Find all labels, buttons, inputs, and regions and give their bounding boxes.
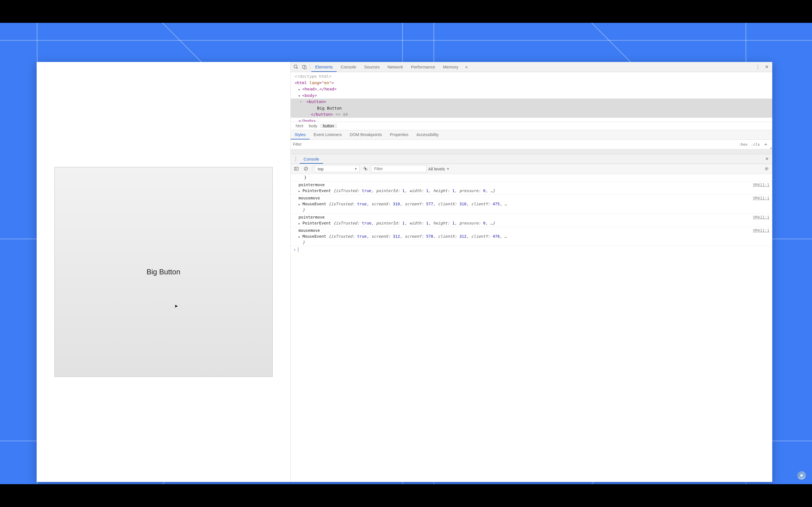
dom-selected-var: == $0 (333, 112, 348, 117)
subtab-properties[interactable]: Properties (386, 130, 412, 139)
tab-performance[interactable]: Performance (407, 62, 439, 72)
cls-toggle[interactable]: .cls (749, 142, 762, 147)
expand-head-icon[interactable] (299, 86, 302, 92)
expand-object-icon[interactable]: ▶ (299, 233, 301, 239)
separator (310, 64, 310, 70)
subtab-event-listeners[interactable]: Event Listeners (310, 130, 346, 139)
prompt-chevron-icon: › (294, 247, 296, 252)
kebab-menu-icon[interactable]: ⋮ (754, 63, 762, 71)
console-prompt[interactable]: › (291, 246, 772, 253)
svg-line-17 (305, 168, 307, 170)
dom-breadcrumb: html body button (291, 122, 772, 130)
expand-object-icon[interactable]: ▶ (299, 188, 301, 193)
styles-empty-area (291, 149, 772, 154)
drawer-menu-icon[interactable]: ⋮ (292, 155, 300, 163)
clear-console-icon[interactable] (302, 165, 310, 173)
mouse-cursor-icon: ➤ (174, 303, 178, 309)
big-button[interactable]: Big Button ➤ (54, 167, 273, 377)
slide-background: Big Button ➤ Elements Console (0, 23, 812, 484)
tab-elements[interactable]: Elements (311, 62, 337, 72)
styles-subtabs: Styles Event Listeners DOM Breakpoints P… (291, 130, 772, 140)
subtab-styles[interactable]: Styles (291, 130, 310, 139)
dom-tree[interactable]: <!doctype html> <html lang="en"> <head>…… (291, 72, 772, 121)
tab-sources[interactable]: Sources (360, 62, 384, 72)
separator (312, 166, 312, 172)
log-event-name: mousemove (299, 195, 769, 201)
breadcrumb-button[interactable]: button (320, 124, 337, 128)
log-entry-tail: } (291, 174, 772, 181)
log-source-link[interactable]: VM411:1 (753, 182, 769, 188)
console-filter-input[interactable] (371, 165, 426, 172)
svg-rect-13 (305, 66, 306, 69)
log-event-name: mousemove (299, 228, 769, 233)
log-source-link[interactable]: VM411:1 (753, 228, 769, 233)
tab-memory[interactable]: Memory (439, 62, 462, 72)
resize-handle-icon[interactable] (770, 147, 772, 149)
subtab-accessibility[interactable]: Accessibility (412, 130, 443, 139)
console-drawer-tabs: ⋮ Console ✕ (291, 154, 772, 164)
console-toolbar: top All levels▼ (291, 164, 772, 174)
close-drawer-icon[interactable]: ✕ (763, 155, 771, 163)
dom-selected-node[interactable]: ⋯<button> Big Button </button> == $0 (291, 99, 772, 117)
console-log-area[interactable]: } VM411:1 pointermove ▶ PointerEvent {is… (291, 174, 772, 482)
collapse-body-icon[interactable] (299, 93, 302, 99)
execution-context-select[interactable]: top (315, 165, 360, 172)
devtools-panel: Elements Console Sources Network Perform… (290, 62, 772, 482)
devtools-tab-bar: Elements Console Sources Network Perform… (291, 62, 772, 72)
breadcrumb-body[interactable]: body (306, 124, 320, 128)
hov-toggle[interactable]: :hov (737, 142, 749, 147)
dom-html-open[interactable]: <html lang="en"> (295, 80, 334, 85)
log-entry-pointermove[interactable]: VM411:1 pointermove ▶ PointerEvent {isTr… (291, 214, 772, 227)
letterbox-top (0, 0, 812, 23)
browser-and-devtools-window: Big Button ➤ Elements Console (37, 62, 772, 482)
dom-body-open[interactable]: <body> (302, 93, 317, 98)
log-entry-mousemove[interactable]: VM411:1 mousemove ▶ MouseEvent {isTruste… (291, 227, 772, 246)
log-source-link[interactable]: VM411:1 (753, 195, 769, 201)
svg-point-18 (364, 168, 366, 170)
expand-object-icon[interactable]: ▶ (299, 220, 301, 226)
inspect-element-icon[interactable] (292, 63, 300, 71)
rendered-page-pane: Big Button ➤ (37, 62, 290, 482)
svg-point-19 (766, 168, 767, 170)
breadcrumb-html[interactable]: html (293, 124, 306, 128)
dom-button-text: Big Button (317, 106, 342, 110)
subtab-dom-breakpoints[interactable]: DOM Breakpoints (346, 130, 386, 139)
close-devtools-icon[interactable]: ✕ (763, 63, 771, 71)
chrome-logo-icon (797, 471, 806, 480)
dom-doctype: <!doctype html> (295, 73, 769, 79)
console-settings-icon[interactable] (763, 165, 770, 173)
log-source-link[interactable]: VM411:1 (753, 214, 769, 220)
big-button-label: Big Button (147, 268, 181, 276)
tab-console[interactable]: Console (337, 62, 360, 72)
live-expression-icon[interactable] (361, 165, 369, 173)
selection-ellipsis-icon: ⋯ (300, 99, 306, 105)
drawer-tab-console[interactable]: Console (300, 154, 323, 164)
toggle-sidebar-icon[interactable] (292, 165, 300, 173)
new-style-rule-icon[interactable]: ＋ (762, 141, 770, 148)
log-event-name: pointermove (299, 182, 769, 188)
letterbox-bottom (0, 484, 812, 507)
dom-body-close: </body> (299, 119, 316, 122)
console-drawer: ⋮ Console ✕ top (291, 154, 772, 482)
prompt-caret (298, 247, 298, 252)
log-levels-select[interactable]: All levels▼ (428, 166, 449, 171)
tab-network[interactable]: Network (384, 62, 407, 72)
styles-filter-input[interactable] (293, 142, 737, 147)
log-event-name: pointermove (299, 214, 769, 220)
styles-filter-row: :hov .cls ＋ (291, 140, 772, 149)
expand-object-icon[interactable]: ▶ (299, 201, 301, 207)
log-entry-mousemove[interactable]: VM411:1 mousemove ▶ MouseEvent {isTruste… (291, 194, 772, 214)
log-entry-pointermove[interactable]: VM411:1 pointermove ▶ PointerEvent {isTr… (291, 181, 772, 194)
tabs-overflow-icon[interactable]: » (462, 63, 470, 71)
device-toolbar-icon[interactable] (300, 63, 309, 71)
